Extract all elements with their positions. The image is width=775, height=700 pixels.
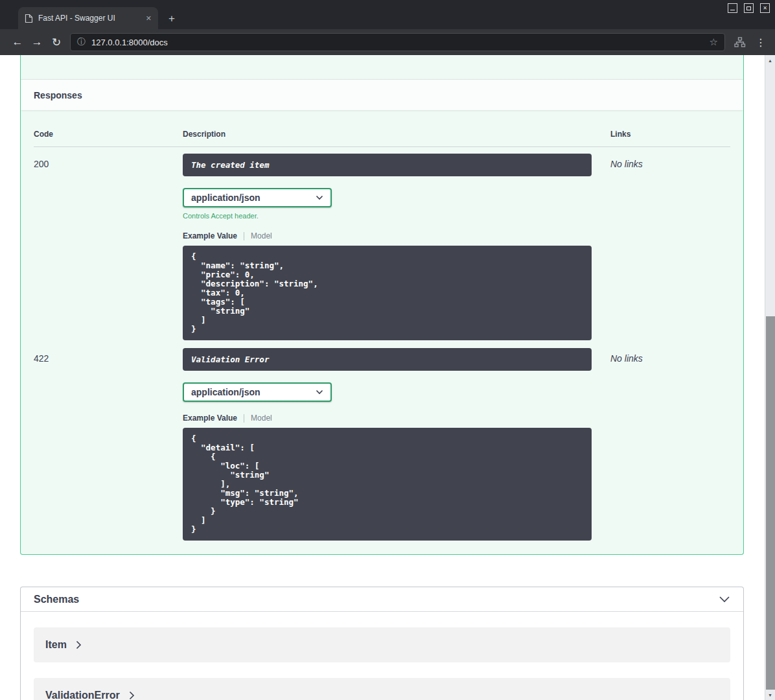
reload-button[interactable]: ↻ xyxy=(47,32,66,52)
back-button[interactable]: ← xyxy=(8,32,27,52)
url-text: 127.0.0.1:8000/docs xyxy=(91,38,710,47)
example-code-block: { "detail": [ { "loc": [ "string" ], "ms… xyxy=(183,428,592,541)
schemas-model-list: Item ValidationError xyxy=(21,612,743,700)
example-code-block: { "name": "string", "price": 0, "descrip… xyxy=(183,246,592,340)
sitemap-icon[interactable] xyxy=(734,37,746,47)
tab-title: Fast API - Swagger UI xyxy=(38,14,141,23)
tab-divider xyxy=(244,414,244,423)
schemas-collapse-chevron-icon[interactable] xyxy=(719,596,730,603)
scroll-down-button[interactable]: ▼ xyxy=(765,690,775,700)
responses-table: Code Description Links 200 The created i… xyxy=(21,110,743,541)
schemas-section: Schemas Item ValidationError xyxy=(20,587,744,700)
tab-close-icon[interactable]: ✕ xyxy=(146,15,152,22)
responses-title: Responses xyxy=(34,90,82,100)
browser-toolbar: ← → ↻ ⓘ 127.0.0.1:8000/docs ☆ ⋮ xyxy=(0,29,775,55)
forward-button[interactable]: → xyxy=(27,32,47,52)
schemas-header[interactable]: Schemas xyxy=(21,587,743,612)
page-scrollbar[interactable]: ▲ ▼ xyxy=(765,55,775,700)
scroll-up-button[interactable]: ▲ xyxy=(765,55,775,65)
scrollbar-thumb[interactable] xyxy=(766,316,775,690)
example-model-tabs: Example Value Model xyxy=(183,231,610,240)
window-minimize-button[interactable] xyxy=(728,3,737,13)
response-description-box: The created item xyxy=(183,154,592,176)
response-description-cell: Validation Error application/json Exampl… xyxy=(183,348,610,541)
media-type-select[interactable]: application/json xyxy=(183,382,332,402)
model-row-item[interactable]: Item xyxy=(34,627,730,662)
chevron-right-icon xyxy=(76,640,82,649)
toolbar-right-icons: ⋮ xyxy=(734,36,766,49)
tab-divider xyxy=(244,232,244,240)
response-code: 422 xyxy=(34,348,183,364)
model-name: Item xyxy=(45,639,67,651)
column-header-links: Links xyxy=(610,130,730,139)
maximize-icon xyxy=(746,6,751,10)
responses-table-header: Code Description Links xyxy=(34,110,730,147)
swagger-page: Responses Code Description Links 200 The… xyxy=(0,55,765,700)
site-info-icon[interactable]: ⓘ xyxy=(77,36,86,48)
media-type-value: application/json xyxy=(191,192,260,203)
model-name: ValidationError xyxy=(45,690,120,700)
window-controls: ✕ xyxy=(728,3,770,13)
no-links-label: No links xyxy=(610,154,730,169)
controls-accept-note: Controls Accept header. xyxy=(183,212,610,220)
responses-section: Responses Code Description Links 200 The… xyxy=(20,55,744,555)
column-header-description: Description xyxy=(183,130,610,139)
response-code: 200 xyxy=(34,154,183,169)
chevron-down-icon xyxy=(316,195,323,200)
column-header-code: Code xyxy=(34,130,183,139)
schemas-title: Schemas xyxy=(34,594,79,605)
example-value-tab[interactable]: Example Value xyxy=(183,414,237,423)
address-bar[interactable]: ⓘ 127.0.0.1:8000/docs ☆ xyxy=(70,33,725,51)
no-links-label: No links xyxy=(610,348,730,364)
window-maximize-button[interactable] xyxy=(744,3,754,13)
response-row-422: 422 Validation Error application/json Ex… xyxy=(34,348,730,541)
model-row-validationerror[interactable]: ValidationError xyxy=(34,678,730,700)
new-tab-button[interactable]: + xyxy=(168,13,175,24)
page-favicon-icon xyxy=(25,14,33,23)
window-close-button[interactable]: ✕ xyxy=(760,3,770,13)
response-description-box: Validation Error xyxy=(183,348,592,371)
responses-header: Responses xyxy=(21,79,743,110)
media-type-select[interactable]: application/json xyxy=(183,188,332,207)
response-row-200: 200 The created item application/json Co… xyxy=(34,147,730,340)
chevron-right-icon xyxy=(129,691,135,700)
browser-menu-icon[interactable]: ⋮ xyxy=(756,36,766,49)
example-value-tab[interactable]: Example Value xyxy=(183,231,237,240)
bookmark-star-icon[interactable]: ☆ xyxy=(710,36,718,48)
browser-tab[interactable]: Fast API - Swagger UI ✕ xyxy=(18,7,158,29)
response-description-cell: The created item application/json Contro… xyxy=(183,154,610,340)
chevron-down-icon xyxy=(316,390,323,395)
model-tab[interactable]: Model xyxy=(251,231,272,240)
browser-titlebar: Fast API - Swagger UI ✕ + ✕ xyxy=(0,0,775,29)
example-model-tabs: Example Value Model xyxy=(183,414,610,423)
media-type-value: application/json xyxy=(191,387,260,397)
minimize-icon xyxy=(730,10,735,10)
model-tab[interactable]: Model xyxy=(251,414,272,423)
